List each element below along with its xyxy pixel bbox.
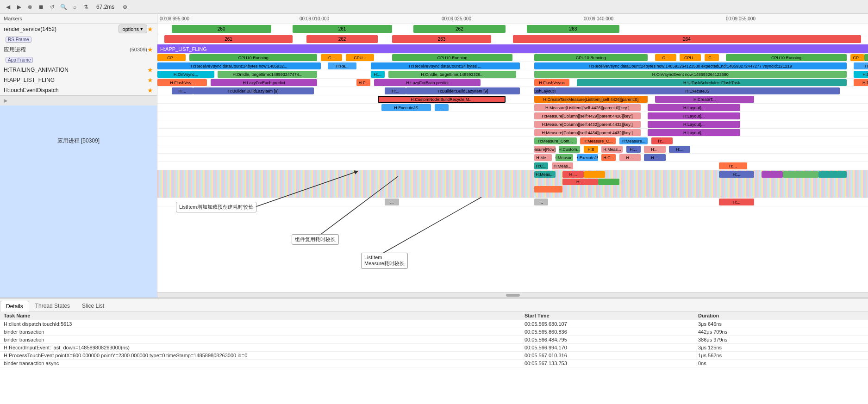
sidebar-row-app-list-fling[interactable]: H:APP_LIST_FLING ★ — [0, 75, 157, 85]
h-c[interactable]: H:C... — [601, 154, 616, 161]
on-idle-1[interactable]: H:OnIdle, targettime:148593247474... — [218, 71, 317, 78]
sidebar-row-trailing-animation[interactable]: H:TRAILING_ANIMATION ★ — [0, 65, 157, 75]
builder-h1[interactable]: H:... — [172, 87, 193, 94]
h-it3[interactable]: H:... — [669, 146, 690, 153]
back-button[interactable]: ◀ — [4, 3, 12, 11]
stop-button[interactable]: ⏹ — [37, 3, 45, 11]
lazy-foreach-1[interactable]: H:LazyForEach predict — [211, 79, 317, 86]
rs-block-261[interactable]: 261 — [293, 25, 392, 33]
on-vsync-2[interactable]: H:... — [371, 71, 385, 78]
app-block-262[interactable]: 262 — [306, 35, 378, 43]
table-row[interactable]: binder transaction async 00:05.567.133.7… — [0, 360, 868, 367]
sidebar-row-render-service[interactable]: render_service(1452) options ▾ ★ — [0, 24, 157, 34]
receive-vsync-2[interactable]: H:Re... — [328, 62, 356, 69]
execute-js-long[interactable]: H:ExecuteJS — [556, 87, 840, 94]
flame-chart-container[interactable]: CP... CPU10 Running C... CPU... CPU10 Ru… — [157, 54, 868, 292]
execute-js-1[interactable]: H:ExecuteJS — [381, 104, 431, 111]
on-idle-2[interactable]: H:OnIdle, targettime:148593326... — [388, 71, 516, 78]
app-process-star[interactable]: ★ — [147, 46, 153, 53]
builder-h2[interactable]: H:... — [385, 87, 406, 94]
bottom-table[interactable]: Task Name Start Time Duration H:client d… — [0, 311, 868, 404]
h-colored-1[interactable]: H:... — [719, 162, 747, 169]
layout-4[interactable]: H:Layout[... — [648, 129, 740, 136]
cpu-block-c2[interactable]: C... — [655, 54, 676, 61]
layout-3[interactable]: H:Layout[... — [648, 121, 740, 128]
on-vsync-3[interactable]: H:O... — [854, 71, 868, 78]
h-it[interactable]: H:It — [584, 146, 598, 153]
layout-1[interactable]: H:Layout[... — [648, 104, 740, 111]
render-service-star[interactable]: ★ — [147, 25, 153, 33]
rs-block-262[interactable]: 262 — [413, 25, 506, 33]
h-me3[interactable]: H:... — [619, 154, 641, 161]
flush-vsync-4[interactable]: H:Fl... — [854, 79, 868, 86]
block-dense-7[interactable]: H:... — [719, 171, 755, 178]
cpu-block-cpu1[interactable]: CPU... — [346, 54, 374, 61]
cpu-block-cpu2[interactable]: CPU... — [680, 54, 701, 61]
flush-layout-task[interactable]: H:FlushLayoutTask — [534, 87, 556, 94]
tab-details[interactable]: Details — [0, 301, 29, 311]
measure-h[interactable]: H:... — [651, 137, 673, 144]
ellipsis-1[interactable]: ... — [385, 199, 399, 205]
block-dense-6[interactable] — [534, 186, 562, 193]
block-dense-3[interactable] — [584, 171, 605, 178]
cpu-block-running2[interactable]: CPU10 Running — [392, 54, 513, 61]
builder-lazy-1[interactable]: H:Builder:BuildLazyItem [9] — [193, 87, 314, 94]
flush-vsync-2[interactable]: H:F... — [356, 79, 371, 86]
cpu-block-cp2[interactable]: CP... — [850, 54, 865, 61]
touch-dispatch-star[interactable]: ★ — [147, 87, 153, 94]
sidebar-row-touch-dispatch[interactable]: H:touchEventDispatch ★ — [0, 85, 157, 95]
uitask-scheduler[interactable]: H:UITaskScheduler::FlushTask — [577, 79, 847, 86]
measure-m[interactable]: H:Measure... — [619, 137, 648, 144]
record-button[interactable]: ⏺ — [26, 3, 34, 11]
block-dense-9[interactable] — [783, 171, 818, 178]
search-button[interactable]: ⌕ — [70, 3, 79, 11]
scrollbar-thumb[interactable] — [506, 294, 520, 297]
app-block-261[interactable]: 261 — [164, 35, 292, 43]
measure-c[interactable]: H:Measure_C... — [580, 137, 616, 144]
h-it4[interactable]: H:... — [644, 154, 665, 161]
receive-vsync-1[interactable]: H:ReceiveVsync dataCount:24bytes now:148… — [157, 62, 321, 69]
layout-2[interactable]: H:Layout[... — [648, 112, 740, 119]
custom-node-block[interactable]: H:CustomNode:BuildRecycle M... — [378, 96, 506, 103]
cpu-block-running3[interactable]: CPU10 Running — [534, 54, 648, 61]
h-measure2[interactable]: H:Measur... — [556, 154, 573, 161]
measure-column-3[interactable]: H:Measure[Column][self:4434][parent:4432… — [534, 129, 641, 136]
execute-js-dots[interactable]: ... — [435, 104, 449, 111]
flush-vsync-1[interactable]: H:FlushVsy... — [157, 79, 207, 86]
receive-vsync-4[interactable]: H:ReceiveVsync dataCount:24bytes now:148… — [534, 62, 847, 69]
tab-thread-states[interactable]: Thread States — [29, 300, 76, 311]
custom-m[interactable]: H:Custom... — [559, 146, 580, 153]
on-vsync-1[interactable]: H:OnVsync... — [157, 71, 214, 78]
block-dense-2[interactable]: H:... — [562, 171, 584, 178]
h-red-1[interactable]: H:... — [719, 199, 755, 205]
h-meas3[interactable]: H:Meas... — [552, 162, 573, 169]
ellipsis-2[interactable]: ... — [534, 199, 549, 205]
cpu-block-c1[interactable]: C... — [321, 54, 342, 61]
block-dense-8[interactable] — [762, 171, 783, 178]
cpu-block-c3[interactable]: C... — [705, 54, 719, 61]
zoom-button[interactable]: 🔍 — [59, 3, 68, 11]
options-button[interactable]: options ▾ — [119, 25, 147, 33]
table-row[interactable]: binder transaction 00:05.566.484.795 386… — [0, 336, 868, 344]
add-button[interactable]: ⊕ — [121, 3, 129, 11]
filter-button[interactable]: ⚗ — [81, 3, 90, 11]
create-t[interactable]: H:CreateT... — [655, 96, 755, 103]
app-block-263[interactable]: 263 — [392, 35, 492, 43]
forward-button[interactable]: ▶ — [15, 3, 23, 11]
table-row[interactable]: binder transaction 00:05.565.860.836 442… — [0, 328, 868, 336]
timeline-scrollbar[interactable] — [157, 292, 868, 298]
sidebar-row-app-process[interactable]: 应用进程 (50309) ★ — [0, 44, 157, 55]
block-dense-5[interactable] — [598, 179, 619, 185]
cpu-block-running4[interactable]: CPU10 Running — [726, 54, 847, 61]
tab-slice-list[interactable]: Slice List — [76, 300, 110, 311]
trailing-animation-star[interactable]: ★ — [147, 66, 153, 74]
measure-column-2[interactable]: H:Measure[Column][self:4432][parent:4432… — [534, 121, 641, 128]
block-dense-10[interactable] — [818, 171, 847, 178]
create-task-measure[interactable]: H:CreateTaskMeasure[ListItem][self:4426]… — [534, 96, 648, 103]
table-row[interactable]: H:RecordInputEvent: last_down=1485898082… — [0, 344, 868, 352]
cpu-block-running1[interactable]: CPU10 Running — [189, 54, 317, 61]
h-meas[interactable]: H:Meas... — [601, 146, 623, 153]
on-vsync-event[interactable]: H:OnVsyncEvent now:148593264123580 — [534, 71, 847, 78]
measure-listitem-1[interactable]: H:Measure[ListItem][self:4426][parent:0]… — [534, 104, 641, 111]
rs-block-263[interactable]: 263 — [527, 25, 619, 33]
